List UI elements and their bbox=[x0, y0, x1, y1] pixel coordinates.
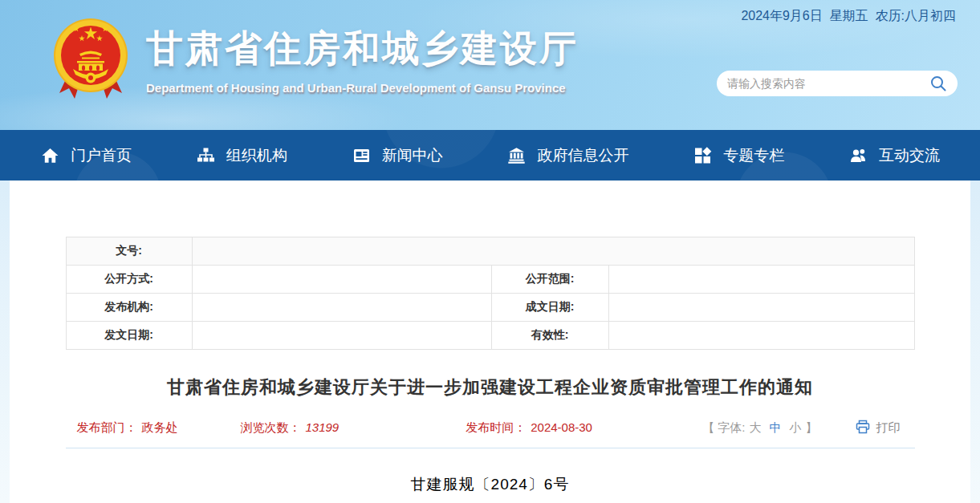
national-emblem-logo bbox=[53, 18, 128, 104]
font-size-large-button[interactable]: 大 bbox=[750, 420, 762, 436]
publish-department: 发布部门：政务处 bbox=[77, 420, 178, 436]
nav-item-home[interactable]: 门户首页 bbox=[40, 145, 132, 166]
doc-number-value bbox=[192, 237, 914, 266]
font-widget-prefix: 【 字体: bbox=[702, 420, 745, 436]
written-date-label: 成文日期: bbox=[491, 294, 608, 322]
main-navigation: 门户首页 组织机构 新闻中心 bbox=[0, 130, 980, 181]
font-size-medium-button[interactable]: 中 bbox=[770, 420, 782, 436]
site-title-english: Department of Housing and Urban-Rural De… bbox=[146, 81, 579, 95]
nav-label: 政府信息公开 bbox=[537, 145, 628, 166]
validity-value bbox=[608, 322, 914, 350]
nav-item-interaction[interactable]: 互动交流 bbox=[848, 145, 940, 166]
nav-label: 组织机构 bbox=[226, 145, 287, 166]
nav-label: 互动交流 bbox=[879, 145, 940, 166]
issuing-agency-value bbox=[192, 294, 491, 322]
open-method-label: 公开方式: bbox=[66, 266, 192, 294]
open-scope-value bbox=[608, 266, 914, 294]
printer-icon bbox=[855, 419, 871, 437]
search-box bbox=[717, 71, 958, 96]
table-row: 发文日期: 有效性: bbox=[66, 322, 914, 350]
site-title: 甘肃省住房和城乡建设厅 bbox=[146, 24, 579, 74]
open-method-value bbox=[192, 266, 491, 294]
validity-label: 有效性: bbox=[491, 322, 608, 350]
article-meta-bar: 发布部门：政务处 浏览次数：13199 发布时间：2024-08-30 【 字体… bbox=[66, 419, 915, 448]
site-branding: 甘肃省住房和城乡建设厅 Department of Housing and Ur… bbox=[146, 24, 579, 95]
open-scope-label: 公开范围: bbox=[491, 266, 608, 294]
print-label: 打印 bbox=[876, 420, 901, 436]
grid-icon bbox=[693, 146, 713, 165]
issuing-agency-label: 发布机构: bbox=[66, 294, 192, 322]
people-icon bbox=[848, 146, 868, 165]
sitemap-icon bbox=[196, 146, 216, 165]
news-icon bbox=[352, 146, 372, 165]
table-row: 公开方式: 公开范围: bbox=[66, 266, 914, 294]
document-info-table: 文号: 公开方式: 公开范围: 发布机构: 成文日期: 发文日期: 有效性: bbox=[66, 237, 915, 350]
article-title: 甘肃省住房和城乡建设厅关于进一步加强建设工程企业资质审批管理工作的通知 bbox=[66, 375, 915, 400]
nav-item-gov-info[interactable]: 政府信息公开 bbox=[506, 145, 628, 166]
nav-label: 专题专栏 bbox=[723, 145, 784, 166]
table-row: 文号: bbox=[66, 237, 914, 266]
font-size-small-button[interactable]: 小 bbox=[790, 420, 802, 436]
nav-label: 门户首页 bbox=[71, 145, 132, 166]
issue-date-label: 发文日期: bbox=[66, 322, 192, 350]
nav-item-organization[interactable]: 组织机构 bbox=[196, 145, 287, 166]
home-icon bbox=[40, 146, 60, 165]
font-widget-suffix: 】 bbox=[806, 420, 818, 436]
content-area: 文号: 公开方式: 公开范围: 发布机构: 成文日期: 发文日期: 有效性: bbox=[10, 181, 970, 503]
nav-label: 新闻中心 bbox=[382, 145, 443, 166]
current-date-text: 2024年9月6日 星期五 农历:八月初四 bbox=[741, 8, 956, 25]
written-date-value bbox=[608, 294, 914, 322]
publish-time: 发布时间：2024-08-30 bbox=[466, 420, 592, 436]
font-size-widget: 【 字体: 大 中 小 】 打印 bbox=[702, 419, 903, 437]
search-input[interactable] bbox=[727, 77, 929, 90]
search-icon[interactable] bbox=[929, 75, 947, 92]
print-button[interactable]: 打印 bbox=[855, 419, 901, 437]
gov-building-icon bbox=[506, 146, 527, 165]
view-count: 浏览次数：13199 bbox=[241, 420, 340, 436]
table-row: 发布机构: 成文日期: bbox=[66, 294, 914, 322]
site-header: 2024年9月6日 星期五 农历:八月初四 bbox=[0, 0, 980, 130]
nav-item-special-topics[interactable]: 专题专栏 bbox=[693, 145, 784, 166]
nav-item-news[interactable]: 新闻中心 bbox=[352, 145, 443, 166]
issue-date-value bbox=[192, 322, 491, 350]
document-reference-number: 甘建服规〔2024〕6号 bbox=[66, 474, 915, 495]
doc-number-label: 文号: bbox=[66, 237, 192, 266]
